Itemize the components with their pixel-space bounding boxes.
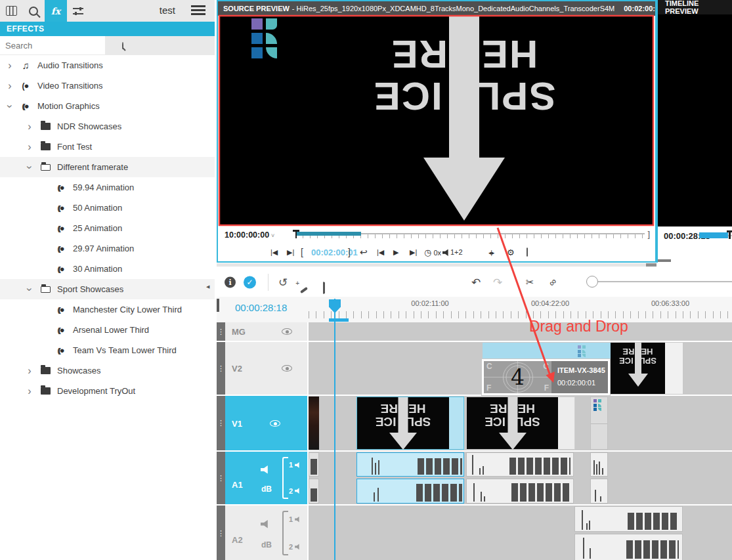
tree-item-ndr-showcases[interactable]: NDR Showcases xyxy=(0,116,215,137)
channel-1[interactable]: 1 xyxy=(289,515,301,523)
mark-in-button[interactable]: [ xyxy=(301,247,303,257)
split-view-button[interactable] xyxy=(323,282,324,294)
timeline-vertical-scrollbar[interactable] xyxy=(217,299,219,312)
channel-2[interactable]: 2 xyxy=(289,487,301,495)
track-drag-handle[interactable] xyxy=(217,342,225,395)
track-drag-handle[interactable] xyxy=(217,506,225,560)
scrollbar-thumb[interactable] xyxy=(646,263,657,267)
go-to-start-button[interactable]: |◀ xyxy=(377,248,384,257)
source-horizontal-scrollbar[interactable] xyxy=(217,263,657,267)
audio-channels-control[interactable]: 1+2 xyxy=(442,248,463,257)
fullscreen-button[interactable] xyxy=(527,248,528,256)
tree-item-font-test[interactable]: Font Test xyxy=(0,137,215,157)
track-v1-content[interactable]: SPLICE HERE SPLICE HERE xyxy=(309,396,732,450)
tree-item-development-tryout[interactable]: Development TryOut xyxy=(0,381,215,401)
channel-1[interactable]: 1 xyxy=(289,461,301,469)
channel-2[interactable]: 2 xyxy=(289,543,301,551)
tree-item-25-animation[interactable]: 25 Animation xyxy=(0,218,215,238)
source-start-timecode[interactable]: 10:00:00:00˅ xyxy=(225,230,274,240)
track-a1-header[interactable]: A1 dB 1 2 xyxy=(217,452,307,504)
search-input[interactable] xyxy=(0,40,122,51)
speed-control[interactable]: ◷ 0x xyxy=(424,248,441,257)
search-tab[interactable] xyxy=(22,0,45,22)
tree-item-5994-animation[interactable]: 59.94 Animation xyxy=(0,177,215,198)
next-frame-button[interactable]: ▶| xyxy=(287,248,294,257)
mark-out-button[interactable]: ] xyxy=(348,247,351,257)
track-a1-content[interactable] xyxy=(309,452,732,504)
effects-tab[interactable] xyxy=(45,0,67,22)
playhead-line[interactable] xyxy=(334,299,335,560)
visibility-eye-icon[interactable] xyxy=(282,364,293,372)
audio-clip-narrow[interactable] xyxy=(590,479,608,504)
chevron-right-icon[interactable] xyxy=(22,141,37,153)
go-to-end-button[interactable]: ▶| xyxy=(410,248,417,257)
video-clip[interactable]: SPLICE HERE xyxy=(356,397,464,450)
drag-ghost[interactable]: 4 C C F F ITEM-VX-3845 00:02:00:01 xyxy=(481,358,611,396)
fit-to-window-button[interactable] xyxy=(488,248,494,256)
video-clip-narrow[interactable] xyxy=(309,397,319,450)
track-drag-handle[interactable] xyxy=(217,396,225,450)
redo-button[interactable] xyxy=(493,275,502,289)
revert-button[interactable] xyxy=(278,275,288,289)
menu-icon[interactable] xyxy=(191,5,205,15)
tree-item-manchester-city-lower-third[interactable]: Manchester City Lower Third xyxy=(0,299,215,320)
zoom-slider-handle[interactable] xyxy=(586,276,598,288)
chevron-down-icon[interactable] xyxy=(3,100,17,112)
tree-item-showcases[interactable]: Showcases xyxy=(0,360,215,381)
audio-clip[interactable] xyxy=(466,452,574,477)
track-v2-header[interactable]: V2 xyxy=(217,342,307,395)
tree-item-30-animation[interactable]: 30 Animation xyxy=(0,259,215,279)
tree-item-different-framerate[interactable]: Different framerate xyxy=(0,157,215,177)
track-v1-header[interactable]: V1 xyxy=(217,396,307,450)
tree-item-video-transitions[interactable]: Video Transitions xyxy=(0,75,215,96)
chevron-right-icon[interactable] xyxy=(22,365,37,377)
source-video-viewer[interactable]: SPLICE HERE xyxy=(219,16,654,226)
track-drag-handle[interactable] xyxy=(217,322,225,341)
previous-frame-button[interactable]: |◀ xyxy=(270,248,278,257)
tree-item-arsenal-lower-third[interactable]: Arsenal Lower Third xyxy=(0,320,215,340)
link-button[interactable] xyxy=(549,276,556,288)
info-button[interactable] xyxy=(225,276,236,288)
speaker-icon[interactable] xyxy=(261,517,270,529)
track-a2-content[interactable] xyxy=(309,506,732,560)
tree-item-audio-transitions[interactable]: Audio Transitions xyxy=(0,55,215,75)
undo-button[interactable] xyxy=(471,275,481,289)
audio-clip-narrow[interactable] xyxy=(309,479,319,504)
chevron-down-icon[interactable] xyxy=(22,284,37,295)
audio-clip-narrow[interactable] xyxy=(590,452,608,477)
track-a2-header[interactable]: A2 dB 1 2 xyxy=(217,506,307,560)
timeline-ruler[interactable]: 00:00:28:18 00:02:11:00 00:04:22:00 00:0… xyxy=(217,297,732,322)
chevron-right-icon[interactable] xyxy=(3,80,17,92)
chevron-down-icon[interactable] xyxy=(22,162,37,173)
audio-clip-selected[interactable] xyxy=(356,479,464,504)
tree-item-50-animation[interactable]: 50 Animation xyxy=(0,198,215,218)
chevron-right-icon[interactable] xyxy=(22,121,37,133)
visibility-eye-icon[interactable] xyxy=(270,420,281,427)
tree-item-motion-graphics[interactable]: Motion Graphics xyxy=(0,96,215,116)
cut-button[interactable] xyxy=(526,276,534,288)
audio-clip[interactable] xyxy=(466,479,574,504)
timeline-zoom-slider[interactable] xyxy=(592,281,732,282)
audio-clip-narrow[interactable] xyxy=(309,452,319,477)
scrub-playhead[interactable] xyxy=(293,230,299,232)
settings-tab[interactable] xyxy=(67,0,89,22)
chevron-right-icon[interactable] xyxy=(22,385,37,397)
collapse-panel-icon[interactable]: ◀ xyxy=(206,284,209,290)
magnifier-icon[interactable] xyxy=(122,42,123,49)
play-button[interactable]: ▶ xyxy=(393,248,398,257)
tree-item-sport-showcases[interactable]: Sport Showcases xyxy=(0,279,215,299)
audio-clip-selected[interactable] xyxy=(356,452,464,477)
video-clip[interactable]: SPLICE HERE xyxy=(466,397,575,450)
track-mg-content[interactable] xyxy=(309,322,732,341)
speaker-icon[interactable] xyxy=(261,463,270,475)
source-scrub-bar[interactable]: ] xyxy=(295,232,649,240)
tree-item-2997-animation[interactable]: 29.97 Animation xyxy=(0,238,215,259)
track-drag-handle[interactable] xyxy=(217,452,225,504)
media-bin-tab[interactable] xyxy=(0,0,22,22)
chevron-right-icon[interactable] xyxy=(3,60,17,72)
audio-clip[interactable] xyxy=(574,534,683,560)
tree-item-team-vs-team-lower-third[interactable]: Team Vs Team Lower Third xyxy=(0,340,215,360)
audio-clip[interactable] xyxy=(574,506,683,532)
loop-button[interactable]: ↩ xyxy=(360,247,368,257)
track-mg-header[interactable]: MG xyxy=(217,322,307,341)
